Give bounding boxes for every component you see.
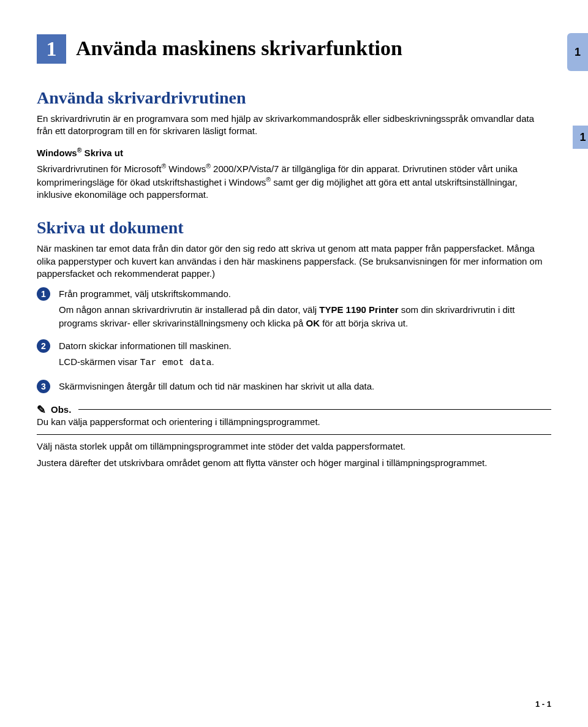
page: 1 1 Använda maskinens skrivarfunktion An… (0, 0, 588, 727)
ok-bold: OK (306, 318, 320, 328)
note-label: Obs. (51, 404, 71, 415)
chapter-title: Använda maskinens skrivarfunktion (76, 37, 402, 60)
step-1-line1: Från programmet, välj utskriftskommando. (59, 287, 551, 301)
step-2: 2 Datorn skickar informationen till mask… (37, 339, 551, 370)
spacer (37, 451, 551, 458)
note-header: ✎ Obs. (37, 404, 551, 415)
lcd-text-mono: Tar emot data (140, 358, 212, 368)
para2-b: Windows (166, 164, 206, 174)
page-number: 1 - 1 (535, 699, 551, 709)
step-3-line1: Skärmvisningen återgår till datum och ti… (59, 380, 551, 393)
printer-type-bold: TYPE 1190 Printer (319, 304, 398, 315)
step-1-line2-a: Om någon annan skrivardrivrutin är insta… (59, 304, 319, 315)
step-1-line2-c: för att börja skriva ut. (320, 318, 408, 328)
note-pencil-icon: ✎ (37, 404, 46, 415)
steps-list: 1 Från programmet, välj utskriftskommand… (37, 287, 551, 393)
step-2-line1: Datorn skickar informationen till maskin… (59, 339, 551, 353)
step-1: 1 Från programmet, välj utskriftskommand… (37, 287, 551, 330)
subhead-post: Skriva ut (81, 148, 123, 158)
step-2-line2: LCD-skärmen visar Tar emot data. (59, 355, 551, 370)
step-1-line2: Om någon annan skrivardrivrutin är insta… (59, 303, 551, 330)
note-line3: Justera därefter det utskrivbara området… (37, 458, 551, 468)
note-header-rule (78, 409, 551, 410)
note-line1: Du kan välja pappersformat och orienteri… (37, 416, 551, 427)
step-3: 3 Skärmvisningen återgår till datum och … (37, 380, 551, 393)
step-bullet: 3 (37, 380, 50, 393)
note-line2: Välj nästa storlek uppåt om tillämpnings… (37, 441, 551, 451)
note-divider (37, 434, 551, 435)
step-bullet: 2 (37, 339, 50, 353)
reg-mark-icon: ® (161, 162, 166, 170)
step-bullet: 1 (37, 287, 50, 301)
driver-paragraph: Skrivardrivrutinen för Microsoft® Window… (37, 162, 551, 202)
intro-paragraph: En skrivardrivrutin är en programvara so… (37, 113, 551, 138)
chapter-number-badge: 1 (37, 34, 66, 64)
reg-mark-icon: ® (266, 176, 271, 183)
print-intro-paragraph: När maskinen tar emot data från din dato… (37, 243, 551, 280)
chapter-header: 1 Använda maskinens skrivarfunktion (37, 34, 551, 64)
windows-subheading: Windows® Skriva ut (37, 146, 551, 158)
reg-mark-icon: ® (206, 162, 211, 170)
side-chapter-tab: 1 (567, 33, 588, 71)
para2-a: Skrivardrivrutinen för Microsoft (37, 164, 161, 174)
section-heading-print: Skriva ut dokument (37, 218, 551, 238)
side-chapter-tab-secondary: 1 (573, 126, 588, 149)
step-2-line2-a: LCD-skärmen visar (59, 356, 140, 367)
step-2-line2-b: . (212, 356, 214, 367)
section-heading-driver: Använda skrivardrivrutinen (37, 88, 551, 108)
subhead-pre: Windows (37, 148, 77, 158)
note-block: ✎ Obs. Du kan välja pappersformat och or… (37, 404, 551, 468)
